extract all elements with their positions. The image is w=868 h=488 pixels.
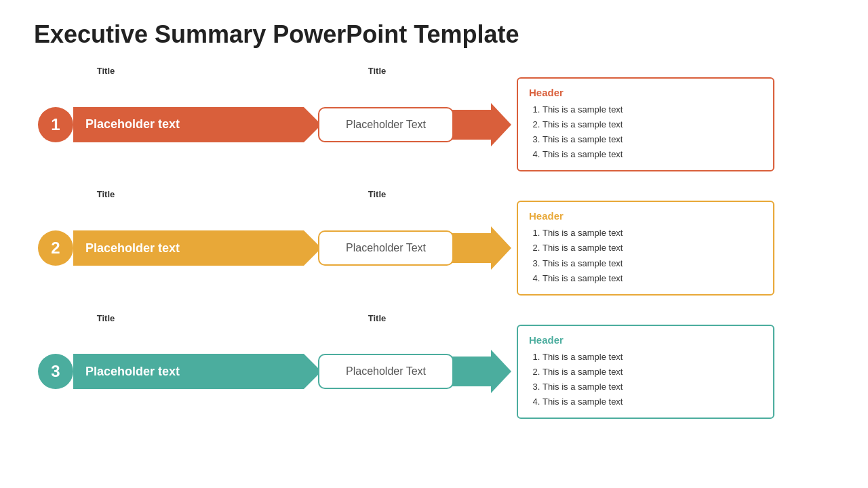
row3-right-panel: Header This is a sample text This is a s… xyxy=(517,325,774,419)
row1-big-arrow-body xyxy=(450,110,491,140)
list-item: This is a sample text xyxy=(542,365,762,380)
row2-mid-box: Placeholder Text xyxy=(318,230,454,266)
list-item: This is a sample text xyxy=(542,102,762,117)
row3-big-arrow-body xyxy=(450,357,491,386)
row2-bar: Placeholder text xyxy=(73,230,304,266)
row2-labels: Title Title xyxy=(34,189,834,199)
row3-bar: Placeholder text xyxy=(73,354,304,389)
list-item: This is a sample text xyxy=(542,350,762,365)
list-item: This is a sample text xyxy=(542,147,762,162)
row1-big-arrow xyxy=(450,103,511,146)
row1-arrow-row: 1 Placeholder text Placeholder Text Head… xyxy=(34,77,834,171)
row1-panel-header: Header xyxy=(529,87,762,98)
row2-label2: Title xyxy=(309,189,445,199)
list-item: This is a sample text xyxy=(542,394,762,409)
row-2: Title Title 2 Placeholder text Placehold… xyxy=(34,189,834,295)
row3-labels: Title Title xyxy=(34,313,834,323)
row2-arrow-row: 2 Placeholder text Placeholder Text Head… xyxy=(34,201,834,295)
row2-right-panel: Header This is a sample text This is a s… xyxy=(517,201,774,295)
row2-big-arrow xyxy=(450,226,511,270)
row2-big-arrow-body xyxy=(450,233,491,263)
row2-panel-list: This is a sample text This is a sample t… xyxy=(529,226,762,285)
list-item: This is a sample text xyxy=(542,256,762,271)
list-item: This is a sample text xyxy=(542,271,762,286)
row2-big-arrow-head xyxy=(491,226,511,270)
row3-arrow-row: 3 Placeholder text Placeholder Text Head… xyxy=(34,325,834,419)
list-item: This is a sample text xyxy=(542,226,762,241)
slide: Executive Summary PowerPoint Template Ti… xyxy=(0,0,868,488)
row2-label1: Title xyxy=(38,189,174,199)
row1-panel-list: This is a sample text This is a sample t… xyxy=(529,102,762,162)
row1-bar: Placeholder text xyxy=(73,107,304,142)
row3-label1: Title xyxy=(38,313,174,323)
list-item: This is a sample text xyxy=(542,117,762,132)
row3-big-arrow xyxy=(450,350,511,393)
list-item: This is a sample text xyxy=(542,380,762,394)
row-1: Title Title 1 Placeholder text Placehold… xyxy=(34,66,834,171)
row1-label1: Title xyxy=(38,66,174,76)
row3-circle: 3 xyxy=(38,354,73,389)
row1-labels: Title Title xyxy=(34,66,834,76)
row3-mid-box: Placeholder Text xyxy=(318,354,454,389)
slide-title: Executive Summary PowerPoint Template xyxy=(34,20,834,49)
row1-big-arrow-head xyxy=(491,103,511,146)
row3-label2: Title xyxy=(309,313,445,323)
row2-panel-header: Header xyxy=(529,210,762,222)
row1-mid-box: Placeholder Text xyxy=(318,107,454,142)
row3-panel-list: This is a sample text This is a sample t… xyxy=(529,350,762,409)
row-3: Title Title 3 Placeholder text Placehold… xyxy=(34,313,834,419)
row1-circle: 1 xyxy=(38,107,73,142)
list-item: This is a sample text xyxy=(542,241,762,256)
row3-big-arrow-head xyxy=(491,350,511,393)
list-item: This is a sample text xyxy=(542,132,762,147)
row2-circle: 2 xyxy=(38,230,73,266)
row3-panel-header: Header xyxy=(529,334,762,346)
row1-label2: Title xyxy=(309,66,445,76)
row-container: Title Title 1 Placeholder text Placehold… xyxy=(34,66,834,424)
row1-right-panel: Header This is a sample text This is a s… xyxy=(517,77,774,171)
